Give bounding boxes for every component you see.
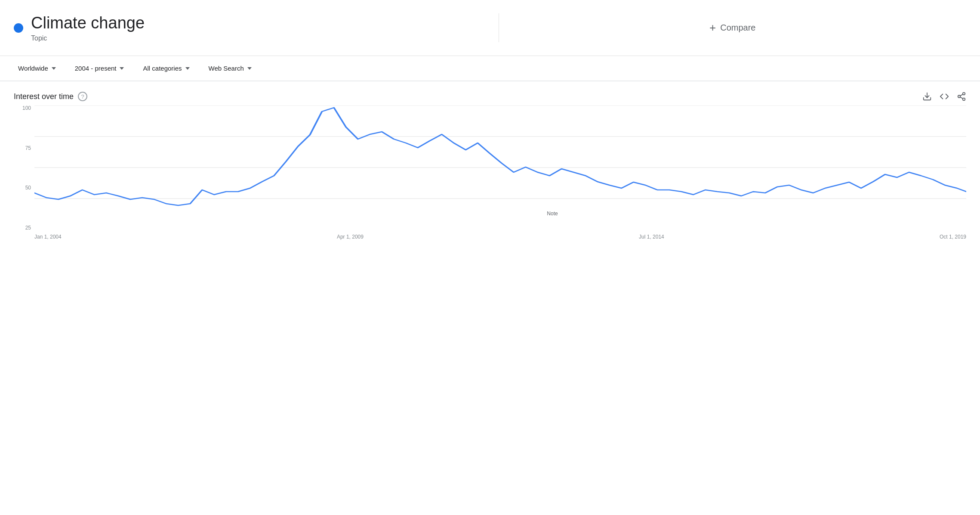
search-type-filter[interactable]: Web Search bbox=[204, 62, 256, 74]
y-label-75: 75 bbox=[25, 146, 31, 151]
filters-section: Worldwide 2004 - present All categories … bbox=[0, 56, 980, 81]
share-icon[interactable] bbox=[957, 92, 966, 101]
x-label-2004: Jan 1, 2004 bbox=[34, 234, 62, 240]
note-label: Note bbox=[547, 211, 558, 217]
x-label-2009: Apr 1, 2009 bbox=[337, 234, 364, 240]
topic-type: Topic bbox=[31, 34, 145, 42]
location-filter[interactable]: Worldwide bbox=[14, 62, 60, 74]
chart-actions bbox=[922, 92, 966, 101]
topic-name: Climate change bbox=[31, 13, 145, 33]
search-type-chevron-icon bbox=[247, 67, 252, 70]
y-label-25: 25 bbox=[25, 225, 31, 230]
chart-header: Interest over time ? bbox=[14, 92, 966, 101]
category-chevron-icon bbox=[185, 67, 190, 70]
category-filter[interactable]: All categories bbox=[139, 62, 194, 74]
compare-area[interactable]: + Compare bbox=[499, 21, 967, 34]
chart-container: 100 75 50 25 Note Jan 1, 2004 Apr 1, 200… bbox=[14, 105, 966, 243]
compare-button[interactable]: + Compare bbox=[709, 21, 755, 34]
download-icon[interactable] bbox=[922, 92, 932, 101]
location-label: Worldwide bbox=[18, 65, 48, 72]
topic-area: Climate change Topic bbox=[14, 13, 499, 43]
header-section: Climate change Topic + Compare bbox=[0, 0, 980, 56]
location-chevron-icon bbox=[52, 67, 56, 70]
topic-color-dot bbox=[14, 23, 23, 33]
chart-plot: Note bbox=[34, 105, 966, 230]
time-chevron-icon bbox=[120, 67, 124, 70]
compare-label: Compare bbox=[720, 23, 755, 33]
embed-icon[interactable] bbox=[940, 92, 949, 101]
chart-title: Interest over time bbox=[14, 92, 74, 101]
category-label: All categories bbox=[143, 65, 182, 72]
svg-line-4 bbox=[960, 97, 963, 99]
x-axis: Jan 1, 2004 Apr 1, 2009 Jul 1, 2014 Oct … bbox=[34, 230, 966, 243]
line-chart-svg bbox=[34, 105, 966, 230]
svg-line-5 bbox=[960, 94, 963, 96]
y-axis: 100 75 50 25 bbox=[14, 105, 34, 230]
y-label-100: 100 bbox=[22, 105, 31, 111]
y-label-50: 50 bbox=[25, 185, 31, 190]
plus-icon: + bbox=[709, 21, 716, 34]
x-label-2019: Oct 1, 2019 bbox=[940, 234, 966, 240]
search-type-label: Web Search bbox=[209, 65, 244, 72]
chart-section: Interest over time ? bbox=[0, 81, 980, 250]
time-filter[interactable]: 2004 - present bbox=[71, 62, 129, 74]
help-icon[interactable]: ? bbox=[78, 92, 87, 101]
time-label: 2004 - present bbox=[75, 65, 117, 72]
chart-title-row: Interest over time ? bbox=[14, 92, 87, 101]
x-label-2014: Jul 1, 2014 bbox=[639, 234, 664, 240]
topic-text: Climate change Topic bbox=[31, 13, 145, 43]
